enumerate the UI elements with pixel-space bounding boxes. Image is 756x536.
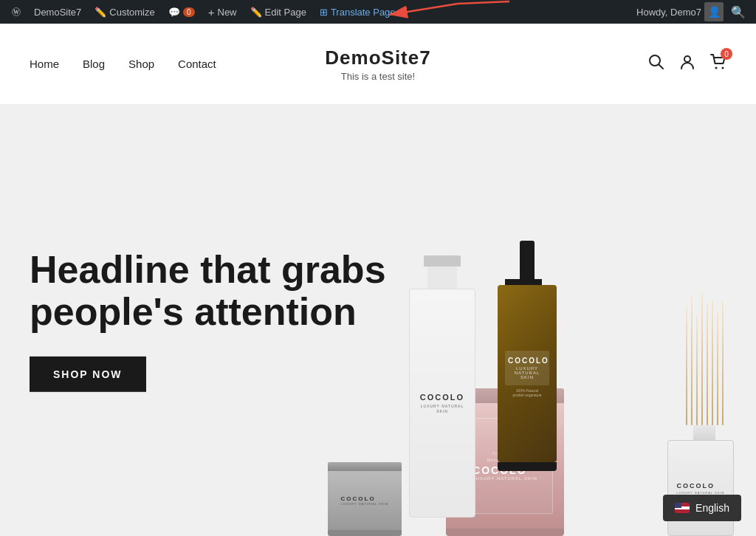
diffuser-neck — [693, 425, 715, 440]
admin-bar: W DemoSite7 ✏️ Customize 💬 0 + New ✏️ Ed… — [0, 0, 756, 24]
admin-customize-button[interactable]: ✏️ Customize — [89, 0, 160, 24]
site-header-icons: 0 — [648, 54, 726, 74]
bottle-body: COCOLO LUXURY NATURAL SKIN 100% Naturalp… — [498, 285, 557, 462]
reed-6 — [712, 300, 713, 425]
search-icon: 🔍 — [731, 6, 746, 18]
account-button[interactable] — [679, 54, 695, 74]
tin-body: COCOLO LUXURY NATURAL SKIN — [328, 471, 402, 530]
nav-home[interactable]: Home — [30, 58, 59, 70]
search-button[interactable] — [648, 54, 664, 74]
admin-edit-page-button[interactable]: ✏️ Edit Page — [244, 0, 312, 24]
tin-sub: LUXURY NATURAL SKIN — [341, 502, 389, 506]
white-bottle-body: COCOLO LUXURY NATURAL SKIN — [409, 289, 475, 518]
bottle-sub: LUXURY NATURAL SKIN — [508, 366, 546, 379]
tin-label: COCOLO LUXURY NATURAL SKIN — [341, 495, 389, 506]
diffuser-reeds — [667, 292, 741, 425]
bottle-cap-bottom — [498, 462, 557, 471]
language-label: English — [695, 502, 729, 514]
tin-lid — [328, 462, 402, 471]
white-bottle-neck — [427, 267, 457, 289]
site-header: Home Blog Shop Contact DemoSite7 This is… — [0, 24, 756, 105]
admin-comments-button[interactable]: 💬 0 — [162, 0, 201, 24]
product-pump-bottle: COCOLO LUXURY NATURAL SKIN 100% Naturalp… — [490, 241, 564, 477]
bottle-label: COCOLO LUXURY NATURAL SKIN — [505, 351, 549, 385]
hero-content: Headline that grabs people's attention S… — [30, 249, 413, 392]
admin-bar-right: Howdy, Demo7 👤 🔍 — [636, 2, 750, 21]
pencil-icon: ✏️ — [250, 7, 262, 18]
svg-point-7 — [684, 56, 690, 62]
white-bottle-label: COCOLO LUXURY NATURAL SKIN — [410, 387, 475, 420]
admin-translate-page-button[interactable]: ⊞ Translate Page — [314, 0, 402, 24]
product-white-bottle: COCOLO LUXURY NATURAL SKIN — [409, 255, 475, 536]
edit-icon: ✏️ — [94, 7, 106, 18]
svg-text:W: W — [13, 9, 19, 16]
admin-site-name-label: DemoSite7 — [34, 7, 81, 18]
reed-4 — [701, 292, 703, 425]
pump-head — [520, 241, 535, 285]
site-navigation: Home Blog Shop Contact — [30, 58, 216, 70]
comment-icon: 💬 — [168, 7, 180, 18]
hero-section: Headline that grabs people's attention S… — [0, 105, 756, 536]
svg-line-2 — [458, 1, 509, 4]
cart-button[interactable]: 0 — [710, 54, 726, 74]
wp-logo-button[interactable]: W — [6, 1, 27, 22]
howdy-label: Howdy, Demo7 — [636, 7, 701, 18]
nav-contact[interactable]: Contact — [178, 58, 216, 70]
nav-blog[interactable]: Blog — [83, 58, 105, 70]
svg-line-6 — [659, 65, 664, 69]
white-bottle-brand: COCOLO — [416, 393, 469, 402]
comment-count-badge: 0 — [183, 7, 195, 17]
diffuser-label: COCOLO LUXURY NATURAL SKIN — [677, 482, 725, 495]
admin-avatar[interactable]: 👤 — [704, 2, 724, 21]
nav-shop[interactable]: Shop — [128, 58, 154, 70]
language-selector[interactable]: English — [663, 495, 741, 521]
reed-7 — [717, 311, 718, 425]
reed-8 — [722, 301, 724, 425]
reed-1 — [686, 307, 687, 425]
site-logo: DemoSite7 This is a test site! — [325, 47, 430, 82]
bottle-brand: COCOLO — [508, 357, 546, 365]
pump-nozzle — [505, 279, 542, 285]
cart-count-badge: 0 — [721, 48, 732, 60]
admin-site-name[interactable]: DemoSite7 — [28, 0, 87, 24]
site-logo-name: DemoSite7 — [325, 47, 430, 69]
white-bottle-cap — [424, 255, 461, 267]
us-flag-icon — [675, 503, 690, 513]
svg-point-9 — [722, 67, 724, 69]
product-small-tin: COCOLO LUXURY NATURAL SKIN — [328, 462, 402, 536]
diffuser-body: COCOLO LUXURY NATURAL SKIN — [667, 440, 734, 536]
reed-5 — [707, 303, 708, 425]
site-logo-tagline: This is a test site! — [325, 71, 430, 82]
reed-2 — [691, 296, 693, 425]
plus-icon: + — [208, 6, 215, 18]
shop-now-button[interactable]: SHOP NOW — [30, 357, 146, 392]
admin-new-button[interactable]: + New — [202, 0, 243, 24]
diffuser-brand: COCOLO — [677, 482, 725, 489]
svg-point-8 — [715, 67, 718, 69]
bottle-extra-text: 100% Naturalproduit organique — [513, 388, 542, 397]
white-bottle-sub: LUXURY NATURAL SKIN — [416, 404, 469, 414]
hero-headline: Headline that grabs people's attention — [30, 249, 413, 333]
tin-brand: COCOLO — [341, 495, 389, 502]
translate-icon: ⊞ — [320, 7, 328, 18]
reed-3 — [696, 315, 698, 425]
diffuser-sub: LUXURY NATURAL SKIN — [677, 491, 725, 495]
admin-search-button[interactable]: 🔍 — [726, 5, 750, 19]
tin-bottom-rim — [328, 530, 402, 536]
